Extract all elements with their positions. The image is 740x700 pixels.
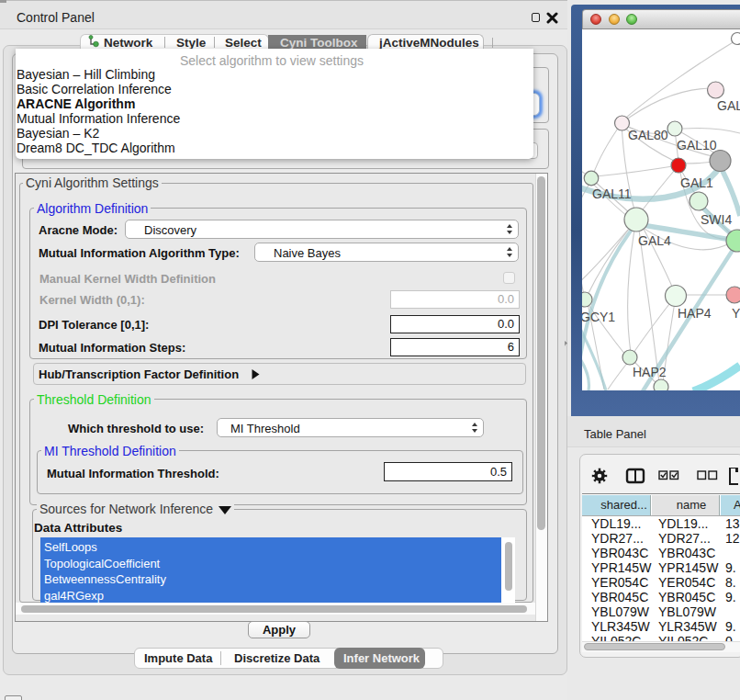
svg-text:GAL1: GAL1: [680, 175, 713, 190]
svg-text:HAP4: HAP4: [678, 306, 712, 321]
svg-text:HAP2: HAP2: [633, 365, 667, 379]
svg-text:GAL7: GAL7: [717, 98, 740, 113]
svg-text:GCY1: GCY1: [582, 310, 615, 324]
svg-text:GAL80: GAL80: [628, 128, 668, 142]
svg-text:GAL4: GAL4: [638, 233, 671, 248]
svg-text:GAL11: GAL11: [592, 186, 632, 201]
svg-text:SWI4: SWI4: [701, 212, 732, 227]
svg-text:Y: Y: [732, 306, 740, 321]
svg-text:GAL10: GAL10: [677, 138, 717, 152]
